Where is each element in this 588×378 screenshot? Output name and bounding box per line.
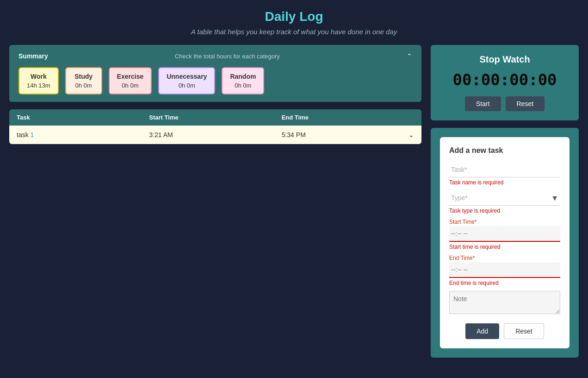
- exercise-time: 0h 0m: [117, 82, 144, 89]
- study-name: Study: [74, 73, 94, 80]
- category-exercise: Exercise 0h 0m: [109, 67, 152, 94]
- task-name-input[interactable]: [449, 162, 560, 177]
- note-textarea[interactable]: [449, 291, 560, 314]
- end-time-group: End Time* End time is required: [449, 255, 560, 286]
- task-type-group: Type* Work Study Exercise Unnecessary Ra…: [449, 190, 560, 214]
- exercise-name: Exercise: [117, 73, 144, 80]
- task-table: Task Start Time End Time task 1 3:21 AM …: [9, 109, 421, 144]
- task-name-error: Task name is required: [449, 179, 560, 186]
- task-name-group: Task name is required: [449, 162, 560, 186]
- stopwatch-display: 00:00:00:00: [440, 70, 569, 89]
- category-unnecessary: Unnecessary 0h 0m: [158, 67, 215, 94]
- add-task-card: Add a new task Task name is required Typ…: [431, 128, 579, 358]
- add-task-form: Add a new task Task name is required Typ…: [440, 137, 569, 348]
- page-title: Daily Log: [9, 9, 579, 24]
- row-dropdown-icon[interactable]: ⌄: [409, 131, 414, 139]
- stopwatch-buttons: Start Reset: [440, 96, 569, 111]
- reset-form-button[interactable]: Reset: [504, 323, 544, 339]
- reset-stopwatch-button[interactable]: Reset: [506, 96, 545, 111]
- summary-title: Summary: [19, 52, 48, 60]
- summary-subtitle: Check the total hours for each category: [175, 53, 280, 60]
- task-type-error: Task type is required: [449, 208, 560, 214]
- random-time: 0h 0m: [230, 82, 256, 89]
- type-select[interactable]: Type* Work Study Exercise Unnecessary Ra…: [449, 190, 560, 206]
- page-subtitle: A table that helps you keep track of wha…: [9, 28, 579, 36]
- start-time-label: Start Time*: [449, 219, 560, 225]
- summary-card: Summary Check the total hours for each c…: [9, 45, 421, 102]
- table-header: Task Start Time End Time: [9, 109, 421, 126]
- task-number: 1: [31, 131, 34, 139]
- category-work: Work 14h 13m: [19, 67, 59, 94]
- stopwatch-title: Stop Watch: [440, 54, 569, 65]
- summary-header: Summary Check the total hours for each c…: [19, 52, 412, 60]
- col-task: Task: [17, 114, 149, 121]
- type-select-wrapper: Type* Work Study Exercise Unnecessary Ra…: [449, 190, 560, 206]
- start-time-input[interactable]: [449, 226, 560, 242]
- work-name: Work: [27, 73, 50, 80]
- left-panel: Summary Check the total hours for each c…: [9, 45, 421, 144]
- study-time: 0h 0m: [74, 82, 94, 89]
- end-time-input[interactable]: [449, 262, 560, 278]
- category-random: Random 0h 0m: [222, 67, 264, 94]
- category-study: Study 0h 0m: [65, 67, 102, 94]
- col-end-time: End Time: [282, 114, 414, 121]
- random-name: Random: [230, 73, 256, 80]
- work-time: 14h 13m: [27, 82, 50, 89]
- table-body: task 1 3:21 AM 5:34 PM ⌄: [9, 126, 421, 144]
- col-start-time: Start Time: [149, 114, 281, 121]
- start-button[interactable]: Start: [465, 96, 501, 111]
- table-row: task 1 3:21 AM 5:34 PM ⌄: [9, 126, 421, 144]
- end-time-label: End Time*: [449, 255, 560, 261]
- unnecessary-name: Unnecessary: [167, 73, 207, 80]
- add-task-button[interactable]: Add: [465, 323, 499, 339]
- form-actions: Add Reset: [449, 323, 560, 339]
- unnecessary-time: 0h 0m: [167, 82, 207, 89]
- stopwatch-card: Stop Watch 00:00:00:00 Start Reset: [431, 45, 579, 120]
- end-time-error: End time is required: [449, 280, 560, 286]
- right-panel: Stop Watch 00:00:00:00 Start Reset Add a…: [431, 45, 579, 358]
- note-group: [449, 291, 560, 316]
- add-task-title: Add a new task: [449, 146, 560, 155]
- category-cards: Work 14h 13m Study 0h 0m Exercise 0h 0m …: [19, 67, 412, 94]
- start-time-error: Start time is required: [449, 244, 560, 250]
- chevron-up-icon[interactable]: ⌃: [407, 52, 412, 60]
- start-time-group: Start Time* Start time is required: [449, 219, 560, 250]
- end-time-cell: 5:34 PM ⌄: [282, 131, 414, 139]
- task-name-cell: task 1: [17, 131, 149, 139]
- start-time-cell: 3:21 AM: [149, 131, 281, 139]
